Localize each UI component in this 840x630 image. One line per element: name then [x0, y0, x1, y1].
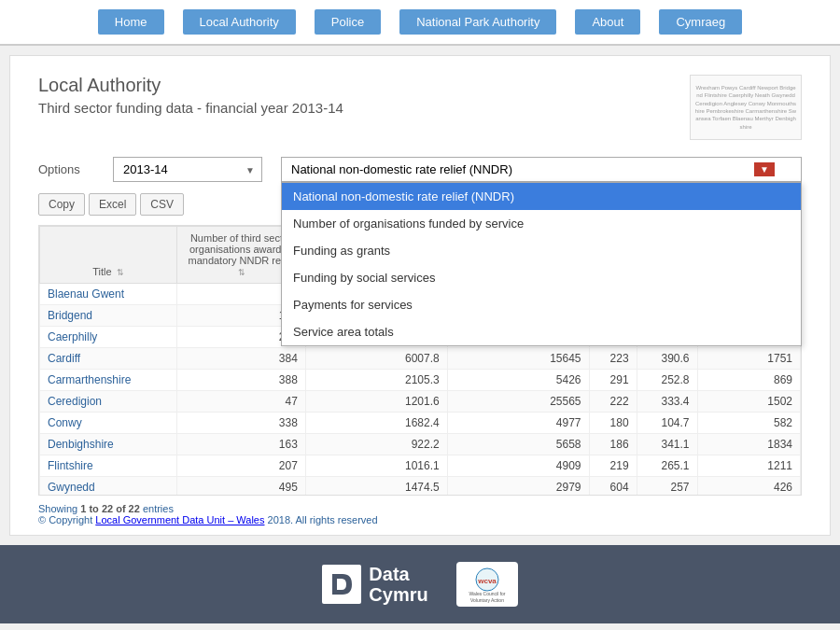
- data-cymru-logo: Data Cymru: [322, 564, 427, 605]
- nav-about[interactable]: About: [575, 9, 640, 35]
- dropdown-selected-label: National non-domestic rate relief (NNDR): [291, 162, 512, 176]
- category-dropdown-menu: National non-domestic rate relief (NNDR)…: [281, 182, 802, 346]
- cell-ratio: 4909: [447, 455, 589, 477]
- cell-title[interactable]: Blaenau Gwent: [40, 284, 177, 305]
- page-footer: Data Cymru wcva Wales Council for Volunt…: [0, 545, 840, 623]
- wordcloud-text: Wrexham Powys Cardiff Newport Bridgend F…: [691, 80, 801, 134]
- cell-voluntary: 1834: [697, 434, 800, 455]
- wcva-svg-icon: wcva Wales Council for Voluntary Action: [464, 566, 511, 603]
- entries-range: 1 to 22 of 22: [80, 503, 140, 514]
- options-row: Options 2013-14 2014-15 2015-16 ▼ Nation…: [38, 157, 802, 182]
- cell-title[interactable]: Conwy: [40, 413, 177, 434]
- dropdown-item-5[interactable]: Service area totals: [282, 318, 801, 345]
- nav-national-park-authority[interactable]: National Park Authority: [399, 9, 556, 35]
- cell-voluntary: 1751: [697, 348, 800, 370]
- svg-text:Voluntary Action: Voluntary Action: [470, 597, 504, 603]
- category-dropdown-trigger[interactable]: National non-domestic rate relief (NNDR)…: [281, 157, 802, 182]
- cell-num-orgs: 495: [176, 477, 305, 497]
- data-cymru-line1: Data: [369, 564, 427, 584]
- cell-amount: 6007.8: [305, 348, 447, 370]
- copy-button[interactable]: Copy: [38, 193, 85, 216]
- cell-num-orgs: 207: [176, 455, 305, 477]
- nav-police[interactable]: Police: [315, 9, 381, 35]
- data-cymru-text: Data Cymru: [369, 564, 427, 605]
- wcva-icon: wcva Wales Council for Voluntary Action: [464, 566, 511, 603]
- cell-ratio: 25565: [447, 391, 589, 413]
- cell-voluntary: 1211: [697, 455, 800, 477]
- dropdown-item-2[interactable]: Funding as grants: [282, 237, 801, 264]
- cell-5: 222: [589, 391, 637, 413]
- cell-title[interactable]: Bridgend: [40, 305, 177, 327]
- table-row: Cardiff 384 6007.8 15645 223 390.6 1751: [40, 348, 801, 370]
- dropdown-item-3[interactable]: Funding by social services: [282, 264, 801, 291]
- cell-5: 223: [589, 348, 637, 370]
- copyright-line: © Copyright Local Government Data Unit –…: [38, 514, 802, 525]
- cell-voluntary: 869: [697, 370, 800, 391]
- nav-local-authority[interactable]: Local Authority: [183, 9, 296, 35]
- wcva-logo: wcva Wales Council for Voluntary Action: [456, 562, 518, 607]
- copyright-link[interactable]: Local Government Data Unit – Wales: [95, 514, 264, 525]
- data-cymru-line2: Cymru: [369, 584, 427, 605]
- sort-icon-title: ⇅: [117, 268, 124, 277]
- svg-text:Wales Council for: Wales Council for: [469, 591, 505, 596]
- page-header: Local Authority Third sector funding dat…: [38, 75, 802, 140]
- cell-5: 186: [589, 434, 637, 455]
- sort-icon-num-orgs: ⇅: [238, 268, 245, 277]
- cell-6: 265.1: [637, 455, 697, 477]
- cell-title[interactable]: Flintshire: [40, 455, 177, 477]
- cell-ratio: 5658: [447, 434, 589, 455]
- cell-title[interactable]: Caerphilly: [40, 327, 177, 348]
- cell-ratio: 2979: [447, 477, 589, 497]
- year-select-wrapper: 2013-14 2014-15 2015-16 ▼: [113, 157, 262, 182]
- cell-num-orgs: 163: [176, 434, 305, 455]
- cell-5: 604: [589, 477, 637, 497]
- cell-amount: 1016.1: [305, 455, 447, 477]
- excel-button[interactable]: Excel: [89, 193, 136, 216]
- nav-home[interactable]: Home: [98, 9, 164, 35]
- year-select[interactable]: 2013-14 2014-15 2015-16: [113, 157, 262, 182]
- cell-amount: 1474.5: [305, 477, 447, 497]
- cell-ratio: 15645: [447, 348, 589, 370]
- table-row: Carmarthenshire 388 2105.3 5426 291 252.…: [40, 370, 801, 391]
- cell-amount: 1682.4: [305, 413, 447, 434]
- main-content: Local Authority Third sector funding dat…: [9, 55, 831, 536]
- cell-title[interactable]: Cardiff: [40, 348, 177, 370]
- cell-6: 341.1: [637, 434, 697, 455]
- cell-amount: 922.2: [305, 434, 447, 455]
- cell-voluntary: 1502: [697, 391, 800, 413]
- showing-entries: Showing 1 to 22 of 22 entries: [38, 503, 802, 514]
- top-navigation: Home Local Authority Police National Par…: [0, 0, 840, 46]
- page-title-block: Local Authority Third sector funding dat…: [38, 75, 343, 116]
- cell-ratio: 5426: [447, 370, 589, 391]
- dropdown-item-4[interactable]: Payments for services: [282, 291, 801, 318]
- cell-title[interactable]: Carmarthenshire: [40, 370, 177, 391]
- table-row: Denbighshire 163 922.2 5658 186 341.1 18…: [40, 434, 801, 455]
- d-logo-icon: [322, 565, 361, 604]
- table-row: Ceredigion 47 1201.6 25565 222 333.4 150…: [40, 391, 801, 413]
- cell-num-orgs: 384: [176, 348, 305, 370]
- page-subtitle: Third sector funding data - financial ye…: [38, 100, 343, 116]
- cell-5: 219: [589, 455, 637, 477]
- cell-6: 390.6: [637, 348, 697, 370]
- cell-5: 291: [589, 370, 637, 391]
- d-shape-icon: [328, 570, 356, 598]
- cell-title[interactable]: Ceredigion: [40, 391, 177, 413]
- svg-text:wcva: wcva: [477, 577, 497, 585]
- table-row: Conwy 338 1682.4 4977 180 104.7 582: [40, 413, 801, 434]
- cell-num-orgs: 47: [176, 391, 305, 413]
- cell-num-orgs: 388: [176, 370, 305, 391]
- dropdown-item-0[interactable]: National non-domestic rate relief (NNDR): [282, 183, 801, 210]
- cell-voluntary: 582: [697, 413, 800, 434]
- cell-num-orgs: 338: [176, 413, 305, 434]
- cell-5: 180: [589, 413, 637, 434]
- csv-button[interactable]: CSV: [140, 193, 184, 216]
- nav-cymraeg[interactable]: Cymraeg: [659, 9, 742, 35]
- footer-info: Showing 1 to 22 of 22 entries © Copyrigh…: [38, 503, 802, 525]
- table-row: Flintshire 207 1016.1 4909 219 265.1 121…: [40, 455, 801, 477]
- dropdown-item-1[interactable]: Number of organisations funded by servic…: [282, 210, 801, 237]
- cell-title[interactable]: Gwynedd: [40, 477, 177, 497]
- cell-voluntary: 426: [697, 477, 800, 497]
- col-title[interactable]: Title ⇅: [40, 227, 177, 284]
- cell-title[interactable]: Denbighshire: [40, 434, 177, 455]
- cell-6: 257: [637, 477, 697, 497]
